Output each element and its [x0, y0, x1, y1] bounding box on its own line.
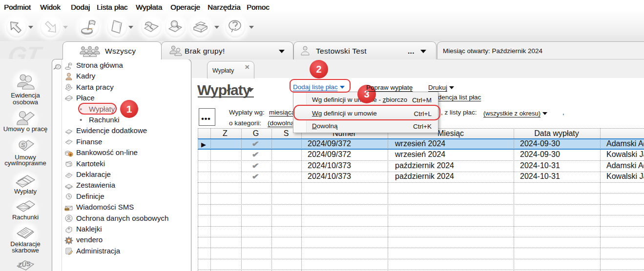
svg-text:SMS: SMS	[64, 208, 69, 211]
svg-text:S: S	[21, 141, 25, 149]
svg-text:e: e	[69, 152, 72, 157]
